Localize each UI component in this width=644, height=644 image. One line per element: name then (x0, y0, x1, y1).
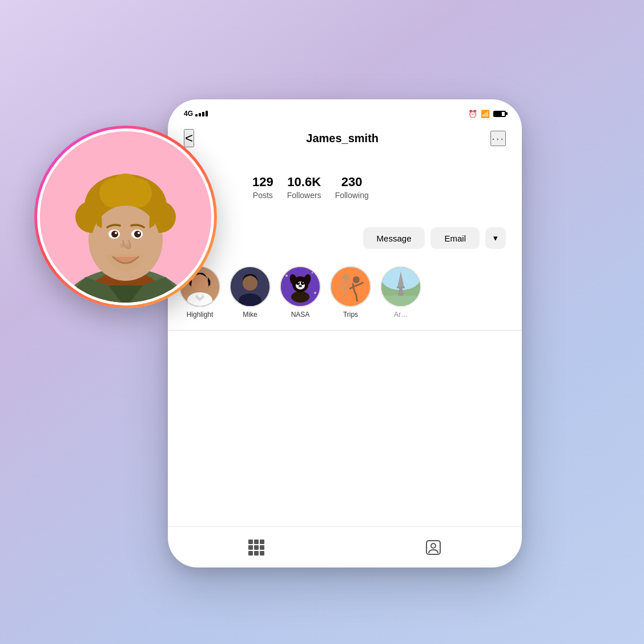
highlights-row: Highlight Mik (168, 260, 522, 330)
grid-cell (248, 551, 253, 556)
svg-point-54 (138, 232, 140, 234)
posts-label: Posts (253, 191, 273, 200)
status-bar: 4G ⏰ 📶 (168, 99, 522, 124)
battery-icon (493, 111, 506, 117)
grid-cell (254, 540, 259, 544)
grid-cell (260, 540, 264, 544)
phone-frame: 4G ⏰ 📶 < James_smith ··· (168, 99, 522, 567)
svg-point-52 (134, 231, 141, 238)
grid-cell (260, 551, 264, 556)
svg-rect-30 (397, 287, 405, 288)
svg-point-22 (299, 285, 302, 287)
grid-cell (254, 551, 259, 556)
svg-rect-31 (398, 292, 404, 294)
svg-point-25 (353, 276, 360, 283)
grid-cell (254, 545, 259, 550)
profile-section: 129 Posts 10.6K Followers 230 Following (168, 154, 522, 227)
posts-count: 129 (252, 175, 273, 190)
highlight-label-4: Ar… (394, 311, 408, 319)
signal-bars (195, 111, 208, 116)
highlight-label-2: NASA (291, 311, 310, 319)
bottom-tabs (168, 526, 522, 567)
svg-point-24 (343, 274, 349, 281)
avatar-ring (34, 126, 217, 308)
svg-point-2 (192, 275, 208, 291)
back-button[interactable]: < (184, 129, 194, 147)
svg-point-53 (115, 232, 117, 234)
highlight-circle-3 (330, 266, 371, 307)
highlight-avatar-2 (281, 267, 320, 306)
avatar-inner (37, 128, 214, 305)
svg-point-21 (303, 282, 304, 283)
highlight-item-4[interactable]: Ar… (380, 266, 421, 319)
grid-cell (248, 545, 253, 550)
signal-bar-4 (206, 111, 208, 116)
clock-icon: ⏰ (468, 110, 477, 118)
person-tag-icon (425, 540, 441, 556)
svg-point-12 (314, 292, 316, 294)
email-button[interactable]: Email (430, 227, 480, 249)
stat-followers[interactable]: 10.6K Followers (287, 175, 321, 200)
svg-point-10 (312, 272, 313, 274)
highlight-item-3[interactable]: Trips (330, 266, 371, 319)
message-button[interactable]: Message (363, 227, 425, 249)
svg-point-47 (110, 174, 142, 206)
stat-posts[interactable]: 129 Posts (252, 175, 273, 200)
highlight-label-0: Highlight (187, 311, 214, 319)
more-options-button[interactable]: ··· (490, 131, 506, 146)
followers-count: 10.6K (287, 175, 321, 190)
signal-bar-3 (202, 112, 204, 116)
svg-point-6 (243, 276, 257, 291)
background: 4G ⏰ 📶 < James_smith ··· (0, 0, 644, 644)
svg-point-56 (126, 243, 131, 248)
signal-type-label: 4G (184, 110, 193, 118)
stats-container: 129 Posts 10.6K Followers 230 Following (252, 175, 506, 200)
floating-avatar (34, 126, 217, 308)
svg-point-13 (291, 291, 309, 303)
content-divider (168, 330, 522, 331)
following-count: 230 (341, 175, 363, 190)
highlight-circle-4 (380, 266, 421, 307)
stat-following[interactable]: 230 Following (335, 175, 369, 200)
battery-fill (494, 112, 502, 116)
highlight-item-2[interactable]: NASA (280, 266, 321, 319)
svg-point-20 (298, 282, 299, 283)
highlight-avatar-4 (381, 267, 420, 306)
svg-point-19 (301, 281, 304, 285)
avatar-portrait (40, 131, 211, 303)
signal-bar-2 (199, 113, 201, 116)
following-label: Following (335, 191, 369, 200)
highlight-circle-1 (230, 266, 271, 307)
status-icons: ⏰ 📶 (468, 110, 506, 118)
highlight-label-1: Mike (243, 311, 257, 319)
nav-bar: < James_smith ··· (168, 124, 522, 154)
tab-grid[interactable] (168, 540, 345, 556)
followers-label: Followers (287, 191, 321, 200)
svg-point-23 (331, 267, 370, 306)
highlight-label-3: Trips (343, 311, 358, 319)
highlight-avatar-3 (331, 267, 370, 306)
username-label: James_smith (306, 132, 379, 145)
svg-point-51 (111, 231, 118, 238)
highlight-avatar-1 (231, 267, 269, 306)
action-buttons: Message Email ▾ (168, 227, 522, 260)
tab-tagged[interactable] (345, 540, 522, 556)
highlight-item-1[interactable]: Mike (230, 266, 271, 319)
grid-icon (248, 540, 264, 556)
wifi-icon: 📶 (481, 110, 490, 118)
dropdown-button[interactable]: ▾ (485, 227, 506, 249)
grid-cell (260, 545, 264, 550)
svg-point-34 (431, 544, 436, 548)
svg-point-18 (296, 281, 300, 285)
svg-point-55 (120, 243, 125, 248)
svg-rect-32 (381, 296, 420, 306)
signal-bar-1 (195, 114, 198, 116)
svg-point-9 (285, 275, 288, 277)
highlight-circle-2 (280, 266, 321, 307)
grid-cell (248, 540, 253, 544)
